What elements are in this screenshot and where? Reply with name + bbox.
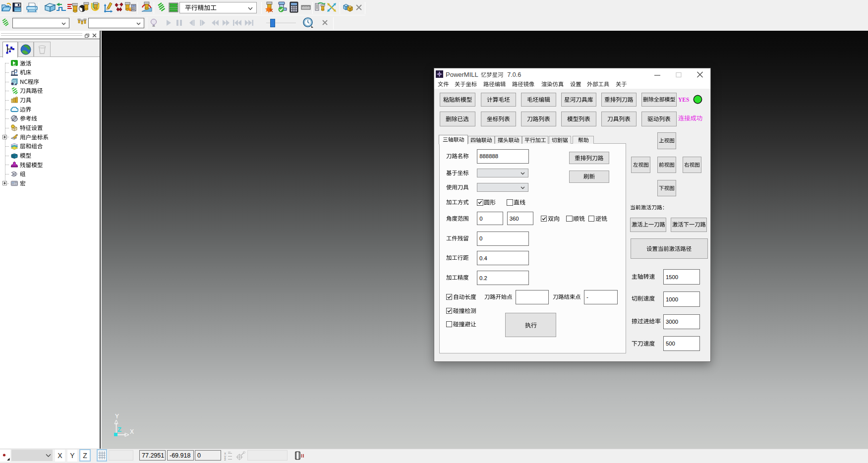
svg-text:Z: Z (117, 426, 121, 433)
svg-text:z: z (224, 458, 226, 461)
svg-text:Y: Y (115, 413, 119, 420)
svg-text:X: X (130, 428, 134, 435)
